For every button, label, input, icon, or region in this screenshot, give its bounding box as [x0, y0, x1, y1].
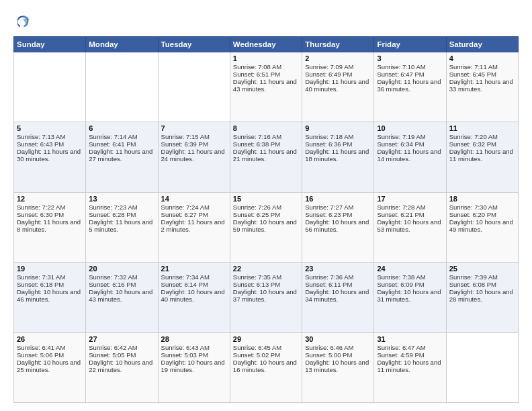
day-info: Sunset: 6:18 PM — [17, 281, 83, 288]
calendar-cell: 9Sunrise: 7:18 AMSunset: 6:36 PMDaylight… — [302, 122, 374, 192]
calendar-table: SundayMondayTuesdayWednesdayThursdayFrid… — [13, 36, 519, 403]
day-info: Sunrise: 7:15 AM — [161, 133, 227, 140]
day-info: Daylight: 11 hours and 36 minutes. — [377, 78, 443, 93]
day-info: Sunrise: 7:27 AM — [305, 203, 371, 211]
day-info: Sunset: 6:41 PM — [89, 140, 154, 148]
day-info: Daylight: 10 hours and 22 minutes. — [89, 359, 154, 373]
day-info: Sunset: 6:49 PM — [305, 71, 371, 78]
logo — [13, 12, 36, 31]
day-info: Daylight: 11 hours and 5 minutes. — [89, 218, 154, 233]
day-info: Sunrise: 6:41 AM — [17, 344, 83, 351]
week-row-4: 19Sunrise: 7:31 AMSunset: 6:18 PMDayligh… — [14, 263, 519, 332]
calendar-cell: 31Sunrise: 6:47 AMSunset: 4:59 PMDayligh… — [374, 332, 446, 402]
day-info: Sunrise: 7:10 AM — [377, 63, 443, 71]
calendar-cell: 13Sunrise: 7:23 AMSunset: 6:28 PMDayligh… — [86, 192, 158, 262]
day-number: 11 — [449, 124, 515, 132]
day-info: Sunset: 5:06 PM — [17, 351, 83, 359]
logo-icon — [13, 12, 32, 31]
weekday-header-monday: Monday — [86, 37, 158, 52]
day-info: Daylight: 10 hours and 13 minutes. — [305, 359, 371, 373]
day-number: 1 — [233, 54, 299, 62]
calendar-cell: 16Sunrise: 7:27 AMSunset: 6:23 PMDayligh… — [302, 192, 374, 262]
day-info: Daylight: 10 hours and 49 minutes. — [449, 218, 515, 233]
day-info: Sunset: 6:11 PM — [305, 281, 371, 288]
day-number: 19 — [17, 265, 83, 273]
calendar-cell: 1Sunrise: 7:08 AMSunset: 6:51 PMDaylight… — [230, 52, 302, 122]
day-number: 20 — [89, 265, 154, 273]
day-info: Sunset: 5:03 PM — [161, 351, 227, 359]
day-info: Sunrise: 7:24 AM — [161, 203, 227, 211]
day-info: Sunset: 6:08 PM — [449, 281, 515, 288]
day-number: 28 — [161, 335, 227, 343]
calendar-cell: 27Sunrise: 6:42 AMSunset: 5:05 PMDayligh… — [86, 332, 158, 402]
day-info: Daylight: 11 hours and 18 minutes. — [305, 148, 371, 163]
day-info: Sunrise: 7:22 AM — [17, 203, 83, 211]
calendar-cell: 24Sunrise: 7:38 AMSunset: 6:09 PMDayligh… — [374, 263, 446, 332]
day-number: 14 — [161, 195, 227, 203]
day-info: Sunset: 6:20 PM — [449, 211, 515, 218]
day-info: Sunrise: 7:20 AM — [449, 133, 515, 140]
day-info: Sunrise: 7:09 AM — [305, 63, 371, 71]
calendar-cell: 12Sunrise: 7:22 AMSunset: 6:30 PMDayligh… — [14, 192, 86, 262]
day-info: Sunrise: 7:36 AM — [305, 273, 371, 281]
calendar-cell: 20Sunrise: 7:32 AMSunset: 6:16 PMDayligh… — [86, 263, 158, 332]
day-info: Daylight: 11 hours and 24 minutes. — [161, 148, 227, 163]
day-number: 8 — [233, 124, 299, 132]
week-row-5: 26Sunrise: 6:41 AMSunset: 5:06 PMDayligh… — [14, 332, 519, 402]
page: SundayMondayTuesdayWednesdayThursdayFrid… — [0, 0, 532, 411]
day-info: Sunrise: 7:13 AM — [17, 133, 83, 140]
day-info: Daylight: 11 hours and 33 minutes. — [449, 78, 515, 93]
day-info: Sunrise: 7:11 AM — [449, 63, 515, 71]
weekday-header-saturday: Saturday — [446, 37, 518, 52]
day-info: Sunrise: 7:32 AM — [89, 273, 154, 281]
calendar-cell: 26Sunrise: 6:41 AMSunset: 5:06 PMDayligh… — [14, 332, 86, 402]
day-info: Sunrise: 7:34 AM — [161, 273, 227, 281]
day-info: Sunset: 6:34 PM — [377, 140, 443, 148]
day-info: Daylight: 11 hours and 2 minutes. — [161, 218, 227, 233]
day-info: Sunset: 4:59 PM — [377, 351, 443, 359]
calendar-cell: 7Sunrise: 7:15 AMSunset: 6:39 PMDaylight… — [158, 122, 230, 192]
day-info: Sunset: 5:00 PM — [305, 351, 371, 359]
week-row-1: 1Sunrise: 7:08 AMSunset: 6:51 PMDaylight… — [14, 52, 519, 122]
day-info: Daylight: 10 hours and 16 minutes. — [233, 359, 299, 373]
day-info: Sunset: 6:38 PM — [233, 140, 299, 148]
calendar-cell: 29Sunrise: 6:45 AMSunset: 5:02 PMDayligh… — [230, 332, 302, 402]
day-info: Sunset: 6:14 PM — [161, 281, 227, 288]
calendar-cell: 11Sunrise: 7:20 AMSunset: 6:32 PMDayligh… — [446, 122, 518, 192]
day-info: Sunset: 6:36 PM — [305, 140, 371, 148]
day-info: Daylight: 10 hours and 11 minutes. — [377, 359, 443, 373]
day-info: Daylight: 10 hours and 43 minutes. — [89, 288, 154, 303]
day-number: 16 — [305, 195, 371, 203]
weekday-header-row: SundayMondayTuesdayWednesdayThursdayFrid… — [14, 37, 519, 52]
day-number: 3 — [377, 54, 443, 62]
day-info: Daylight: 10 hours and 34 minutes. — [305, 288, 371, 303]
day-number: 24 — [377, 265, 443, 273]
day-info: Daylight: 10 hours and 40 minutes. — [161, 288, 227, 303]
calendar-cell: 28Sunrise: 6:43 AMSunset: 5:03 PMDayligh… — [158, 332, 230, 402]
day-info: Sunset: 6:51 PM — [233, 71, 299, 78]
day-info: Sunrise: 6:42 AM — [89, 344, 154, 351]
day-info: Sunrise: 7:30 AM — [449, 203, 515, 211]
day-info: Daylight: 10 hours and 56 minutes. — [305, 218, 371, 233]
day-info: Sunset: 6:25 PM — [233, 211, 299, 218]
day-number: 9 — [305, 124, 371, 132]
weekday-header-sunday: Sunday — [14, 37, 86, 52]
day-info: Sunrise: 7:31 AM — [17, 273, 83, 281]
day-info: Sunrise: 7:23 AM — [89, 203, 154, 211]
day-info: Sunrise: 7:28 AM — [377, 203, 443, 211]
day-info: Daylight: 11 hours and 27 minutes. — [89, 148, 154, 163]
day-info: Daylight: 11 hours and 11 minutes. — [449, 148, 515, 163]
calendar-cell: 21Sunrise: 7:34 AMSunset: 6:14 PMDayligh… — [158, 263, 230, 332]
day-info: Sunset: 6:47 PM — [377, 71, 443, 78]
calendar-cell: 30Sunrise: 6:46 AMSunset: 5:00 PMDayligh… — [302, 332, 374, 402]
calendar-cell: 19Sunrise: 7:31 AMSunset: 6:18 PMDayligh… — [14, 263, 86, 332]
calendar-cell: 5Sunrise: 7:13 AMSunset: 6:43 PMDaylight… — [14, 122, 86, 192]
day-info: Sunset: 6:16 PM — [89, 281, 154, 288]
day-info: Daylight: 10 hours and 31 minutes. — [377, 288, 443, 303]
day-info: Daylight: 11 hours and 30 minutes. — [17, 148, 83, 163]
day-info: Sunrise: 7:19 AM — [377, 133, 443, 140]
calendar-cell: 3Sunrise: 7:10 AMSunset: 6:47 PMDaylight… — [374, 52, 446, 122]
calendar-cell — [86, 52, 158, 122]
day-info: Sunset: 6:45 PM — [449, 71, 515, 78]
day-number: 26 — [17, 335, 83, 343]
